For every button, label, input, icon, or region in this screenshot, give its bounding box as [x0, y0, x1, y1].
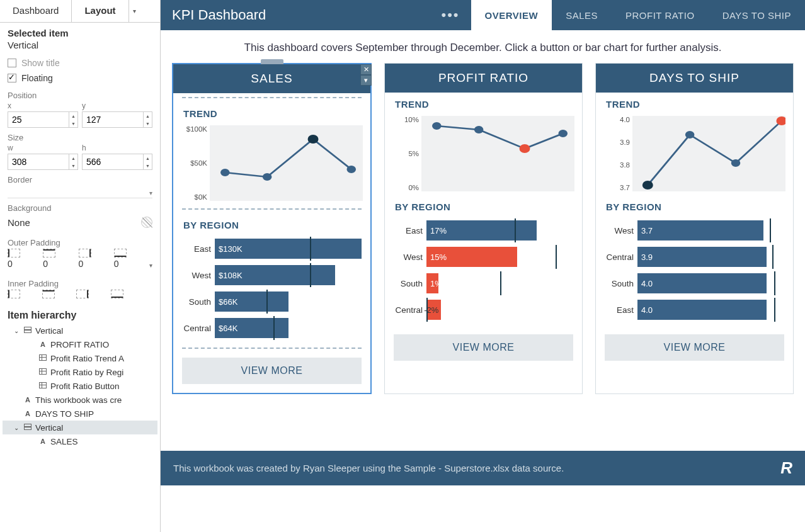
svg-point-4 [432, 122, 442, 130]
drag-handle-icon[interactable] [261, 59, 283, 64]
pad-right-value: 0 [79, 259, 110, 269]
axis-tick: $0K [183, 193, 207, 201]
size-h-input[interactable]: ▲▼ [82, 154, 152, 170]
sales-region-chart[interactable]: East$130KWest$108KSouth$66KCentral$64K [173, 233, 370, 344]
pad-left-icon[interactable] [8, 249, 20, 258]
spin-up-icon[interactable]: ▲ [144, 154, 152, 162]
chevron-down-icon[interactable]: ▾ [360, 75, 372, 86]
region-row[interactable]: Central-2% [394, 297, 573, 323]
nav-tab-days-to-ship[interactable]: DAYS TO SHIP [709, 0, 805, 30]
view-more-button[interactable]: VIEW MORE [394, 334, 573, 361]
background-swatch-icon[interactable] [141, 217, 152, 228]
container-icon [23, 424, 33, 431]
axis-tick: 0% [395, 184, 419, 191]
tree-item[interactable]: Profit Ratio Trend A [3, 351, 157, 365]
item-hierarchy-tree: ⌄VerticalAPROFIT RATIOProfit Ratio Trend… [0, 324, 160, 453]
border-dropdown-icon[interactable]: ▾ [149, 190, 152, 196]
close-icon[interactable]: ✕ [360, 64, 372, 75]
tab-layout[interactable]: Layout [72, 0, 128, 22]
tree-item[interactable]: Profit Ratio Button [3, 379, 157, 393]
floating-checkbox[interactable] [8, 74, 16, 82]
tree-item[interactable]: APROFIT RATIO [3, 337, 157, 351]
profit-trend-chart[interactable] [421, 116, 574, 191]
card-days-to-ship[interactable]: DAYS TO SHIP TREND 4.03.93.83.7 BY REGIO… [595, 63, 794, 394]
card-sales[interactable]: ✕ ▾ SALES TREND $100K$50K$0K BY REGION E… [172, 63, 372, 394]
spin-down-icon[interactable]: ▼ [69, 120, 77, 127]
days-trend-chart[interactable] [632, 116, 785, 191]
region-row[interactable]: West$108K [182, 262, 362, 288]
region-row[interactable]: Central3.9 [605, 244, 784, 270]
ipad-bottom-icon[interactable] [111, 290, 123, 298]
tree-item[interactable]: ASALES [3, 434, 157, 448]
nav-tab-sales[interactable]: SALES [552, 0, 612, 30]
tree-item[interactable]: ⌄Vertical [3, 324, 157, 337]
card-profit-ratio[interactable]: PROFIT RATIO TREND 10%5%0% BY REGION Eas… [384, 63, 583, 394]
tree-item[interactable]: Profit Ratio by Regi [3, 365, 157, 379]
region-bar: $108K [215, 264, 362, 286]
spin-down-icon[interactable]: ▼ [144, 162, 152, 169]
background-value[interactable]: None [8, 217, 30, 228]
pad-right-icon[interactable] [79, 249, 91, 258]
nav-tab-overview[interactable]: OVERVIEW [471, 0, 552, 30]
position-x-input[interactable]: ▲▼ [8, 111, 78, 128]
container-icon [23, 327, 33, 334]
ipad-left-icon[interactable] [8, 290, 20, 298]
pad-bottom-value: 0 [114, 259, 146, 269]
trend-label: TREND [173, 102, 370, 122]
spin-up-icon[interactable]: ▲ [69, 112, 77, 120]
region-row[interactable]: East4.0 [605, 297, 784, 323]
show-title-checkbox[interactable] [8, 59, 16, 67]
region-row[interactable]: Central$64K [182, 315, 362, 341]
bar: 17% [426, 220, 537, 241]
ipad-top-icon[interactable] [42, 290, 55, 298]
panel-tabs-menu-icon[interactable]: ▾ [129, 0, 140, 22]
tree-item[interactable]: ADAYS TO SHIP [3, 407, 157, 421]
tree-item[interactable]: ⌄Vertical [3, 421, 157, 434]
size-w-input[interactable]: ▲▼ [8, 154, 78, 170]
spin-down-icon[interactable]: ▼ [144, 120, 152, 127]
pad-bottom-icon[interactable] [114, 249, 127, 258]
sales-trend-chart[interactable] [210, 125, 363, 201]
reference-line [774, 298, 775, 322]
region-label: West [605, 226, 637, 235]
tab-dashboard[interactable]: Dashboard [0, 0, 72, 22]
ipad-right-icon[interactable] [76, 290, 89, 298]
axis-tick: 3.9 [606, 139, 630, 146]
sheet-icon [38, 368, 48, 376]
caret-icon[interactable]: ⌄ [13, 327, 20, 334]
tree-item-label: SALES [50, 437, 78, 446]
position-x-label: x [8, 101, 78, 110]
nav-tab-profit-ratio[interactable]: PROFIT RATIO [612, 0, 709, 30]
pad-top-icon[interactable] [43, 249, 55, 258]
dashboard-canvas: KPI Dashboard ••• OVERVIEWSALESPROFIT RA… [161, 0, 805, 532]
region-label: West [394, 252, 426, 262]
region-row[interactable]: South4.0 [605, 270, 784, 297]
region-row[interactable]: South$66K [182, 288, 362, 315]
profit-region-chart[interactable]: East17%West15%South1%Central-2% [385, 215, 582, 325]
spin-up-icon[interactable]: ▲ [69, 154, 77, 162]
more-icon[interactable]: ••• [441, 7, 459, 23]
pad-dropdown-icon[interactable]: ▾ [149, 262, 152, 269]
region-row[interactable]: East17% [394, 217, 573, 244]
caret-icon[interactable]: ⌄ [13, 424, 20, 431]
tree-item-label: DAYS TO SHIP [35, 409, 94, 419]
bar: $130K [215, 239, 362, 259]
size-label: Size [0, 128, 160, 144]
region-row[interactable]: West3.7 [605, 217, 784, 244]
svg-point-10 [731, 159, 741, 167]
spin-up-icon[interactable]: ▲ [144, 112, 152, 120]
bar: $66K [215, 291, 288, 312]
days-region-chart[interactable]: West3.7Central3.9South4.0East4.0 [596, 215, 793, 325]
tree-item[interactable]: AThis workbook was cre [3, 393, 157, 407]
tree-item-label: Vertical [35, 326, 63, 336]
tree-item-label: Profit Ratio Button [50, 382, 120, 391]
region-row[interactable]: South1% [394, 270, 573, 297]
view-more-button[interactable]: VIEW MORE [182, 358, 362, 384]
reference-line [500, 271, 501, 295]
position-y-input[interactable]: ▲▼ [82, 111, 152, 128]
spin-down-icon[interactable]: ▼ [69, 162, 77, 169]
view-more-button[interactable]: VIEW MORE [605, 334, 784, 361]
region-row[interactable]: East$130K [182, 235, 362, 262]
region-row[interactable]: West15% [394, 244, 573, 270]
region-label: East [394, 226, 426, 235]
